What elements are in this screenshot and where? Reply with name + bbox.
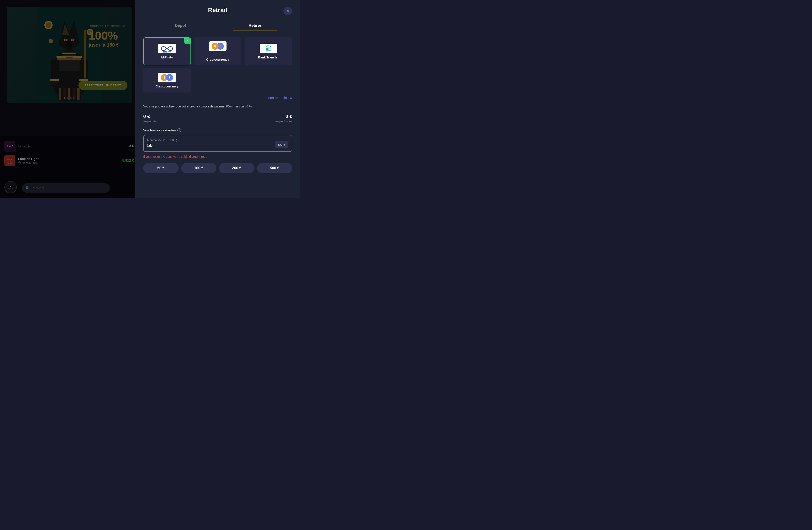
bank-logo: 🏛: [260, 44, 277, 53]
quick-amounts: 50 € 100 € 200 € 500 €: [143, 163, 292, 173]
chevron-up-icon: ∧: [290, 96, 292, 100]
mifinity-name: MiFinity: [161, 56, 173, 59]
crypto1-name: Cryptocurrency: [206, 58, 229, 61]
limits-info-icon: i: [177, 128, 181, 132]
tab-retirer[interactable]: Retirer: [218, 20, 292, 31]
crypto1-logo: ₿ Ξ: [209, 41, 227, 51]
crypto2-logo: ₿ Ξ: [158, 73, 176, 82]
show-less-row: Montrer moins ∧: [143, 96, 292, 100]
bonus-balance-label: Argent bonus: [275, 120, 292, 123]
mifinity-logo: MIFINITY: [158, 44, 176, 53]
tabs-row: Dépôt Retirer: [143, 20, 292, 31]
modal-panel: Retrait × Dépôt Retirer ✓ MIFINITY: [135, 0, 300, 198]
payment-methods-row2: ₿ Ξ Cryptocurrency: [143, 68, 292, 92]
crypto2-name: Cryptocurrency: [156, 85, 178, 88]
balance-row: 0 € Argent réel 0 € Argent bonus: [143, 114, 292, 123]
svg-text:MIFINITY: MIFINITY: [163, 51, 171, 53]
bonus-money-balance: 0 € Argent bonus: [275, 114, 292, 123]
limits-label: Vos limites restantes i: [143, 128, 292, 132]
quick-amount-500[interactable]: 500 €: [257, 163, 292, 173]
real-money-balance: 0 € Argent réel: [143, 114, 157, 123]
close-button[interactable]: ×: [284, 6, 292, 15]
show-less-button[interactable]: Montrer moins ∧: [267, 96, 292, 100]
bonus-balance-amount: 0 €: [275, 114, 292, 119]
quick-amount-100[interactable]: 100 €: [181, 163, 217, 173]
payment-card-crypto1[interactable]: ₿ Ξ CRYPTO Cryptocurrency: [194, 37, 242, 65]
modal-header: Retrait ×: [143, 6, 292, 14]
amount-value[interactable]: 50: [147, 143, 177, 148]
payment-card-mifinity[interactable]: ✓ MIFINITY MiFinity: [143, 37, 191, 65]
tab-depot[interactable]: Dépôt: [143, 20, 218, 31]
quick-amount-200[interactable]: 200 €: [219, 163, 255, 173]
modal-title: Retrait: [208, 6, 228, 14]
real-balance-label: Argent réel: [143, 120, 157, 123]
bank-name: Bank Transfer: [258, 56, 279, 59]
real-balance-amount: 0 €: [143, 114, 157, 119]
quick-amount-50[interactable]: 50 €: [143, 163, 179, 173]
amount-input-wrapper: Montant (50 € - 1000 €) 50 EUR: [143, 135, 292, 152]
currency-badge: EUR: [275, 141, 288, 148]
error-message: Il vous reste 0 € dans votre solde d'arg…: [143, 155, 292, 158]
payment-card-crypto2[interactable]: ₿ Ξ Cryptocurrency: [143, 68, 191, 92]
payment-methods-grid: ✓ MIFINITY MiFinity ₿ Ξ CRYPTO: [143, 37, 292, 65]
amount-input-left: Montant (50 € - 1000 €) 50: [147, 139, 177, 148]
info-text: Vous ne pouvez utiliser que votre propre…: [143, 104, 292, 109]
payment-card-bank[interactable]: 🏛 Bank Transfer: [245, 37, 292, 65]
amount-placeholder: Montant (50 € - 1000 €): [147, 139, 177, 142]
selected-check: ✓: [184, 38, 190, 44]
